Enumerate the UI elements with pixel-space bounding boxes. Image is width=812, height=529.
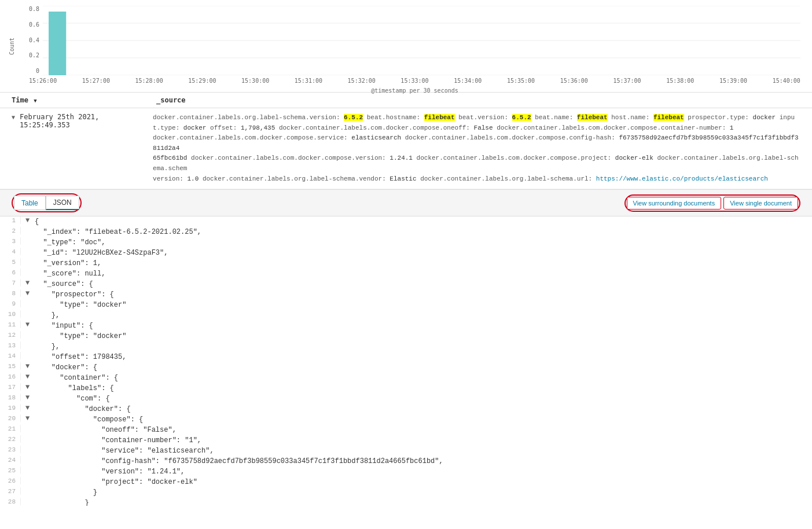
line-number: 2 [0,227,21,234]
json-content: "com": { [35,394,812,404]
json-content: "config-hash": "f6735758d92aecfd7bf3b985… [35,456,812,466]
x-tick: 15:40:00 [773,78,800,84]
json-content: "_type": "doc", [35,237,812,248]
json-content: "docker": { [35,362,812,373]
x-axis: 15:26:00 15:27:00 15:28:00 15:29:00 15:3… [29,75,800,86]
x-tick: 15:36:00 [560,78,588,84]
json-line: 1▼{ [0,216,812,227]
json-line: 19▼ "docker": { [0,404,812,414]
y-axis-label: Count [9,37,15,54]
json-content: "service": "elasticsearch", [35,446,812,456]
line-number: 3 [0,237,21,245]
json-content: "input": { [35,321,812,331]
json-line: 5 "_version": 1, [0,258,812,269]
json-line: 9 "type": "docker" [0,300,812,310]
svg-rect-5 [49,12,66,75]
tab-table[interactable]: Table [14,196,46,210]
json-line: 23 "service": "elasticsearch", [0,446,812,456]
expand-icon[interactable]: ▼ [12,114,15,120]
json-content: "_source": { [35,279,812,289]
line-number: 16 [0,373,21,380]
line-number: 6 [0,269,21,276]
x-tick: 15:39:00 [719,78,747,84]
json-content: "version": "1.24.1", [35,466,812,477]
doc-source: docker.container.labels.org.label-schema… [153,113,800,184]
json-content: } [35,487,812,498]
col-time-header[interactable]: Time ▼ [12,96,156,104]
line-number: 4 [0,248,21,255]
line-number: 17 [0,383,21,391]
json-content: "project": "docker-elk" [35,477,812,487]
collapse-toggle[interactable]: ▼ [25,414,34,423]
collapse-toggle[interactable]: ▼ [25,289,34,297]
json-line: 25 "version": "1.24.1", [0,466,812,477]
collapse-toggle[interactable]: ▼ [25,362,34,370]
json-line: 21 "oneoff": "False", [0,425,812,435]
chart-area: Count 0.8 0.6 0.4 0.2 0 15:26:00 15:2 [0,0,812,93]
col-source-header: _source [156,96,800,104]
line-number: 24 [0,456,21,464]
json-content: "container": { [35,373,812,383]
x-tick: 15:28:00 [135,78,163,84]
collapse-toggle[interactable]: ▼ [25,394,34,402]
json-line: 13 }, [0,341,812,352]
json-content: "_index": "filebeat-6.5.2-2021.02.25", [35,227,812,237]
x-tick: 15:34:00 [454,78,482,84]
collapse-toggle[interactable]: ▼ [25,321,34,329]
collapse-toggle[interactable]: ▼ [25,383,34,391]
view-single-btn[interactable]: View single document [723,197,798,210]
collapse-toggle[interactable]: ▼ [25,404,34,412]
json-content: "container-number": "1", [35,435,812,446]
table-header: Time ▼ _source [0,93,812,108]
json-line: 14 "offset": 1798435, [0,352,812,362]
line-number: 19 [0,404,21,412]
action-btns-highlight: View surrounding documents View single d… [624,194,800,212]
line-number: 28 [0,498,21,505]
json-content: "offset": 1798435, [35,352,812,362]
document-row: ▼ February 25th 2021, 15:25:49.353 docke… [0,108,812,189]
line-number: 21 [0,425,21,432]
x-tick: 15:30:00 [241,78,269,84]
json-content: "labels": { [35,383,812,394]
json-line: 22 "container-number": "1", [0,435,812,446]
tab-area-highlight: Table JSON [12,193,82,212]
json-line: 18▼ "com": { [0,394,812,404]
line-number: 13 [0,341,21,349]
tabs-bar: Table JSON View surrounding documents Vi… [0,189,812,216]
collapse-toggle[interactable]: ▼ [25,373,34,381]
collapse-toggle[interactable]: ▼ [25,279,34,287]
json-content: "compose": { [35,414,812,425]
x-tick: 15:27:00 [82,78,110,84]
json-content: "prospector": { [35,289,812,300]
json-line: 26 "project": "docker-elk" [0,477,812,487]
line-number: 10 [0,310,21,318]
json-line: 20▼ "compose": { [0,414,812,425]
json-content: }, [35,310,812,321]
json-viewer: 1▼{2 "_index": "filebeat-6.5.2-2021.02.2… [0,216,812,506]
json-line: 27 } [0,487,812,498]
tabs-left: Table JSON [12,193,82,212]
line-number: 22 [0,435,21,443]
json-content: "oneoff": "False", [35,425,812,435]
line-number: 5 [0,258,21,266]
json-line: 15▼ "docker": { [0,362,812,373]
json-line: 10 }, [0,310,812,321]
x-tick: 15:31:00 [295,78,322,84]
tab-json[interactable]: JSON [46,196,79,210]
x-tick: 15:32:00 [348,78,376,84]
line-number: 20 [0,414,21,422]
line-number: 15 [0,362,21,370]
y-tick: 0.2 [29,52,39,58]
doc-row-header[interactable]: ▼ February 25th 2021, 15:25:49.353 docke… [0,108,812,189]
json-content: "_version": 1, [35,258,812,269]
x-tick: 15:29:00 [188,78,216,84]
json-line: 12 "type": "docker" [0,331,812,341]
line-number: 26 [0,477,21,484]
json-content: { [35,216,812,227]
view-surrounding-btn[interactable]: View surrounding documents [627,197,722,210]
line-number: 8 [0,289,21,297]
chart-svg [43,6,800,75]
collapse-toggle[interactable]: ▼ [25,216,34,225]
json-content: "type": "docker" [35,300,812,310]
line-number: 1 [0,216,21,224]
